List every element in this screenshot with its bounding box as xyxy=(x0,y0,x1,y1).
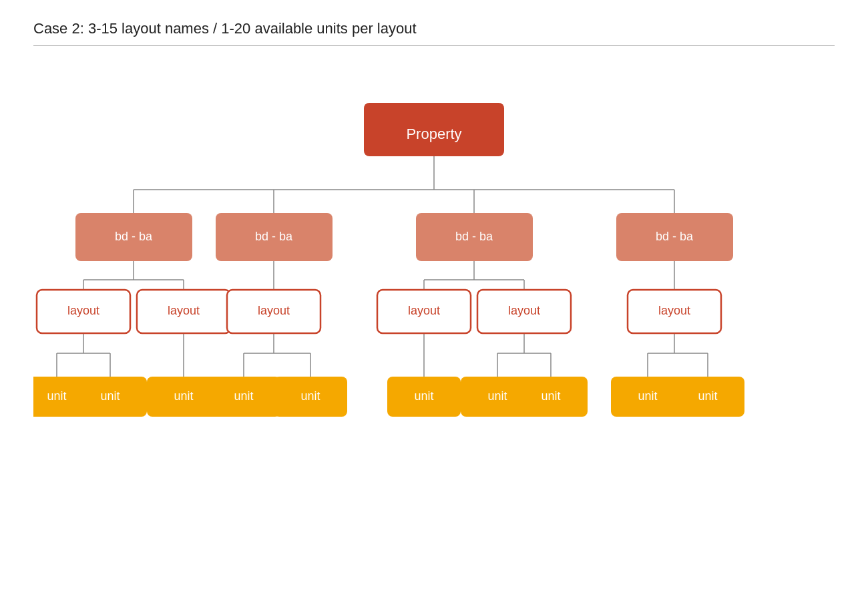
bdba-label-3: bd - ba xyxy=(455,230,493,243)
unit-label-9: unit xyxy=(638,389,657,403)
page-title: Case 2: 3-15 layout names / 1-20 availab… xyxy=(33,20,835,37)
bdba-label-2: bd - ba xyxy=(255,230,293,243)
layout-label-2: layout xyxy=(168,304,200,317)
unit-label-4: unit xyxy=(234,389,253,403)
layout-label-3: layout xyxy=(258,304,290,317)
layout-label-6: layout xyxy=(658,304,690,317)
unit-label-8: unit xyxy=(541,389,560,403)
tree-diagram: Property bd - ba bd - ba bd - ba bd - ba… xyxy=(33,66,835,567)
property-label: Property xyxy=(406,126,461,142)
unit-label-2: unit xyxy=(100,389,120,403)
layout-label-4: layout xyxy=(408,304,440,317)
title-divider xyxy=(33,45,835,46)
bdba-label-4: bd - ba xyxy=(656,230,694,243)
unit-label-10: unit xyxy=(698,389,717,403)
layout-label-1: layout xyxy=(67,304,99,317)
unit-label-7: unit xyxy=(487,389,507,403)
bdba-label-1: bd - ba xyxy=(115,230,153,243)
unit-label-1: unit xyxy=(47,389,66,403)
unit-label-3: unit xyxy=(174,389,193,403)
unit-label-6: unit xyxy=(414,389,433,403)
layout-label-5: layout xyxy=(508,304,540,317)
unit-label-5: unit xyxy=(300,389,320,403)
tree-svg: Property bd - ba bd - ba bd - ba bd - ba… xyxy=(33,66,835,567)
